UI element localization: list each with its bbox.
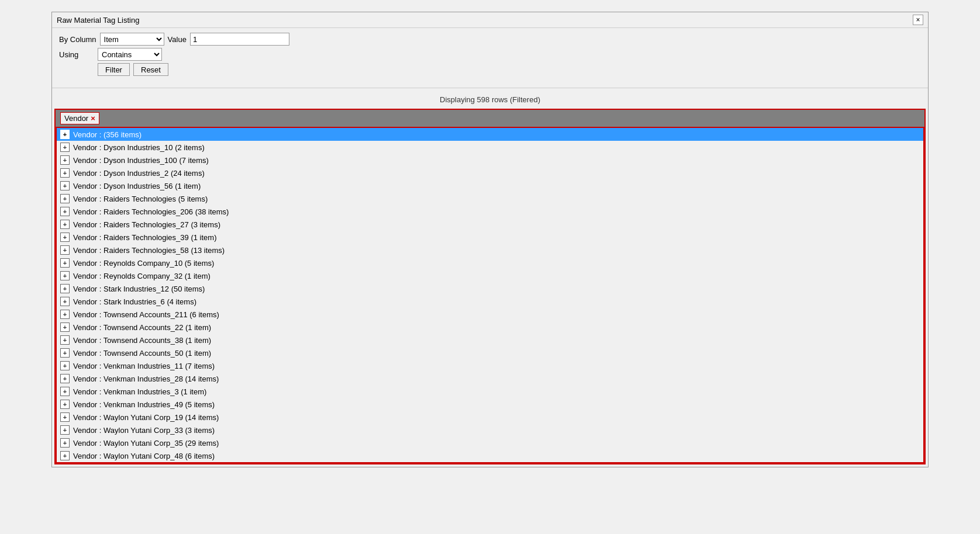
item-text: Vendor : Dyson Industries_100 (7 items)	[73, 156, 209, 165]
expand-icon[interactable]: +	[60, 168, 70, 178]
list-item[interactable]: +Vendor : Reynolds Company_10 (5 items)	[57, 256, 923, 269]
list-item[interactable]: +Vendor : Waylon Yutani Corp_19 (14 item…	[57, 411, 923, 424]
item-text: Vendor : Townsend Accounts_22 (1 item)	[73, 323, 211, 332]
item-text: Vendor : Waylon Yutani Corp_33 (3 items)	[73, 426, 215, 435]
list-item[interactable]: +Vendor : Dyson Industries_56 (1 item)	[57, 179, 923, 192]
item-text: Vendor : (356 items)	[73, 130, 142, 139]
list-item[interactable]: +Vendor : (356 items)	[57, 128, 923, 141]
item-text: Vendor : Stark Industries_6 (4 items)	[73, 297, 196, 306]
expand-icon[interactable]: +	[60, 220, 70, 229]
group-tag: Vendor ×	[60, 112, 99, 124]
expand-icon[interactable]: +	[60, 412, 70, 422]
item-text: Vendor : Venkman Industries_49 (5 items)	[73, 400, 215, 409]
expand-icon[interactable]: +	[60, 438, 70, 448]
list-item[interactable]: +Vendor : Stark Industries_12 (50 items)	[57, 282, 923, 295]
value-label: Value	[168, 35, 187, 44]
list-item[interactable]: +Vendor : Raiders Technologies_39 (1 ite…	[57, 231, 923, 244]
item-text: Vendor : Reynolds Company_10 (5 items)	[73, 259, 214, 268]
list-item[interactable]: +Vendor : Raiders Technologies_206 (38 i…	[57, 205, 923, 218]
item-text: Vendor : Townsend Accounts_38 (1 item)	[73, 336, 211, 345]
list-container: +Vendor : (356 items)+Vendor : Dyson Ind…	[56, 127, 924, 463]
expand-icon[interactable]: +	[60, 451, 70, 460]
expand-icon[interactable]: +	[60, 323, 70, 332]
table-section: Vendor × +Vendor : (356 items)+Vendor : …	[54, 109, 926, 464]
list-item[interactable]: +Vendor : Raiders Technologies_58 (13 it…	[57, 244, 923, 256]
list-item[interactable]: +Vendor : Waylon Yutani Corp_48 (6 items…	[57, 449, 923, 462]
toolbar-row-2: Using Contains Equals Starts With Ends W…	[59, 48, 921, 61]
expand-icon[interactable]: +	[60, 348, 70, 358]
list-item[interactable]: +Vendor : Townsend Accounts_38 (1 item)	[57, 334, 923, 346]
list-item[interactable]: +Vendor : Stark Industries_6 (4 items)	[57, 295, 923, 308]
main-window: Raw Material Tag Listing × By Column Ite…	[51, 12, 929, 467]
group-tag-label: Vendor	[64, 114, 88, 123]
close-button[interactable]: ×	[913, 15, 923, 25]
using-select[interactable]: Contains Equals Starts With Ends With	[98, 48, 162, 61]
filter-value-input[interactable]	[190, 33, 289, 46]
item-text: Vendor : Stark Industries_12 (50 items)	[73, 285, 205, 293]
expand-icon[interactable]: +	[60, 155, 70, 165]
expand-icon[interactable]: +	[60, 387, 70, 396]
item-text: Vendor : Raiders Technologies (5 items)	[73, 195, 208, 203]
group-header-row: Vendor ×	[56, 110, 924, 127]
list-item[interactable]: +Vendor : Venkman Industries_28 (14 item…	[57, 372, 923, 385]
toolbar-row-1: By Column Item Vendor Tag Description Va…	[59, 33, 921, 46]
item-text: Vendor : Venkman Industries_3 (1 item)	[73, 387, 206, 396]
expand-icon[interactable]: +	[60, 374, 70, 383]
expand-icon[interactable]: +	[60, 194, 70, 203]
list-item[interactable]: +Vendor : Dyson Industries_10 (2 items)	[57, 141, 923, 154]
item-text: Vendor : Raiders Technologies_27 (3 item…	[73, 220, 220, 229]
item-text: Vendor : Dyson Industries_56 (1 item)	[73, 182, 201, 190]
list-item[interactable]: +Vendor : Waylon Yutani Corp_35 (29 item…	[57, 436, 923, 449]
item-text: Vendor : Dyson Industries_10 (2 items)	[73, 143, 205, 152]
expand-icon[interactable]: +	[60, 297, 70, 306]
item-text: Vendor : Raiders Technologies_206 (38 it…	[73, 207, 229, 216]
list-item[interactable]: +Vendor : Dyson Industries_2 (24 items)	[57, 167, 923, 179]
item-text: Vendor : Townsend Accounts_211 (6 items)	[73, 310, 219, 319]
expand-icon[interactable]: +	[60, 425, 70, 435]
expand-icon[interactable]: +	[60, 181, 70, 190]
list-item[interactable]: +Vendor : Venkman Industries_3 (1 item)	[57, 385, 923, 398]
list-item[interactable]: +Vendor : Venkman Industries_11 (7 items…	[57, 359, 923, 372]
item-text: Vendor : Waylon Yutani Corp_19 (14 items…	[73, 413, 219, 422]
item-text: Vendor : Venkman Industries_11 (7 items)	[73, 362, 215, 370]
expand-icon[interactable]: +	[60, 233, 70, 242]
title-bar: Raw Material Tag Listing ×	[52, 12, 928, 28]
list-item[interactable]: +Vendor : Dyson Industries_100 (7 items)	[57, 154, 923, 167]
expand-icon[interactable]: +	[60, 400, 70, 409]
expand-icon[interactable]: +	[60, 207, 70, 216]
expand-icon[interactable]: +	[60, 130, 70, 139]
expand-icon[interactable]: +	[60, 258, 70, 268]
item-text: Vendor : Raiders Technologies_39 (1 item…	[73, 233, 216, 242]
item-text: Vendor : Dyson Industries_2 (24 items)	[73, 169, 205, 178]
by-column-label: By Column	[59, 35, 96, 44]
item-text: Vendor : Reynolds Company_32 (1 item)	[73, 272, 211, 280]
list-item[interactable]: +Vendor : Raiders Technologies (5 items)	[57, 192, 923, 205]
reset-button[interactable]: Reset	[133, 63, 168, 76]
item-text: Vendor : Venkman Industries_28 (14 items…	[73, 375, 219, 383]
expand-icon[interactable]: +	[60, 361, 70, 370]
expand-icon[interactable]: +	[60, 335, 70, 345]
expand-icon[interactable]: +	[60, 143, 70, 152]
display-info: Displaying 598 rows (Filtered)	[52, 93, 928, 106]
list-item[interactable]: +Vendor : Waylon Yutani Corp_33 (3 items…	[57, 424, 923, 436]
expand-icon[interactable]: +	[60, 271, 70, 280]
list-item[interactable]: +Vendor : Raiders Technologies_27 (3 ite…	[57, 218, 923, 231]
item-text: Vendor : Waylon Yutani Corp_35 (29 items…	[73, 439, 219, 448]
list-item[interactable]: +Vendor : Townsend Accounts_50 (1 item)	[57, 346, 923, 359]
group-tag-close[interactable]: ×	[91, 114, 95, 123]
list-item[interactable]: +Vendor : Townsend Accounts_22 (1 item)	[57, 321, 923, 334]
separator	[52, 88, 928, 88]
expand-icon[interactable]: +	[60, 245, 70, 255]
list-item[interactable]: +Vendor : Townsend Accounts_211 (6 items…	[57, 308, 923, 321]
expand-icon[interactable]: +	[60, 310, 70, 319]
window-title: Raw Material Tag Listing	[57, 16, 139, 25]
list-item[interactable]: +Vendor : Reynolds Company_32 (1 item)	[57, 269, 923, 282]
item-text: Vendor : Townsend Accounts_50 (1 item)	[73, 349, 211, 358]
column-select[interactable]: Item Vendor Tag Description	[100, 33, 164, 46]
list-item[interactable]: +Vendor : Venkman Industries_49 (5 items…	[57, 398, 923, 411]
using-label: Using	[59, 50, 94, 59]
item-text: Vendor : Raiders Technologies_58 (13 ite…	[73, 246, 225, 255]
filter-button[interactable]: Filter	[98, 63, 130, 76]
item-text: Vendor : Waylon Yutani Corp_48 (6 items)	[73, 452, 215, 460]
expand-icon[interactable]: +	[60, 284, 70, 293]
